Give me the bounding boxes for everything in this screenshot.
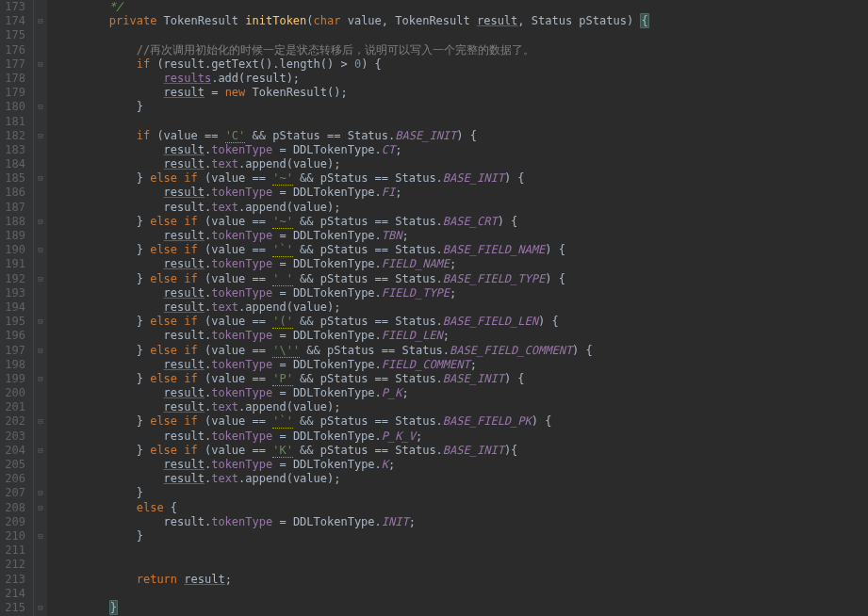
line-number: 215: [4, 601, 25, 615]
code-editor[interactable]: 1731741751761771781791801811821831841851…: [0, 0, 868, 616]
line-number: 209: [4, 515, 25, 529]
code-line[interactable]: }: [55, 100, 868, 114]
code-line[interactable]: } else if (value == '(' && pStatus == St…: [55, 315, 868, 329]
code-line[interactable]: result.text.append(value);: [55, 400, 868, 414]
code-line[interactable]: }: [55, 486, 868, 500]
fold-marker[interactable]: ⊟: [34, 501, 47, 515]
line-number: 201: [4, 400, 25, 414]
fold-marker[interactable]: ⊟: [34, 14, 47, 28]
code-token: ) {: [538, 315, 559, 328]
fold-marker[interactable]: ⊟: [34, 57, 47, 72]
code-token: text: [211, 300, 238, 314]
fold-marker[interactable]: ⊟: [34, 529, 47, 543]
code-line[interactable]: } else if (value == 'K' && pStatus == St…: [55, 444, 868, 458]
code-line[interactable]: }: [55, 601, 868, 615]
code-line[interactable]: } else if (value == 'P' && pStatus == St…: [55, 372, 868, 386]
code-token: '~': [272, 171, 293, 186]
code-token: initToken: [245, 14, 306, 27]
code-line[interactable]: result.tokenType = DDLTokenType.P_K_V;: [55, 430, 868, 444]
fold-marker[interactable]: ⊟: [34, 344, 47, 358]
code-token: result: [164, 458, 205, 471]
code-line[interactable]: result.tokenType = DDLTokenType.INIT;: [55, 515, 868, 529]
code-token: =: [205, 86, 225, 99]
code-line[interactable]: result.text.append(value);: [55, 300, 868, 315]
code-token: result: [164, 286, 205, 300]
fold-marker[interactable]: ⊟: [34, 129, 47, 143]
code-line[interactable]: return result;: [55, 573, 868, 587]
code-line[interactable]: result.tokenType = DDLTokenType.FIELD_LE…: [55, 329, 868, 343]
code-token: BASE_FIELD_PK: [443, 414, 532, 428]
code-line[interactable]: } else if (value == '`' && pStatus == St…: [55, 243, 868, 257]
fold-marker[interactable]: ⊟: [34, 414, 47, 429]
fold-gutter[interactable]: ⊟⊟⊟⊟⊟⊟⊟⊟⊟⊟⊟⊟⊟⊟⊟⊟⊟: [34, 0, 47, 616]
fold-marker[interactable]: ⊟: [34, 100, 47, 114]
code-token: result.: [164, 515, 212, 528]
code-token: return: [137, 573, 185, 586]
code-line[interactable]: [55, 115, 868, 129]
code-token: && pStatus == Status.: [293, 171, 443, 185]
code-token: (value ==: [205, 171, 272, 185]
code-token: ;: [450, 286, 456, 300]
code-line[interactable]: result.tokenType = DDLTokenType.FIELD_NA…: [55, 257, 868, 271]
code-line[interactable]: [55, 587, 868, 601]
code-line[interactable]: if (result.getText().length() > 0) {: [55, 57, 868, 72]
code-line[interactable]: } else if (value == '`' && pStatus == St…: [55, 414, 868, 429]
fold-marker[interactable]: ⊟: [34, 486, 47, 500]
code-token: ) {: [572, 344, 593, 357]
code-line[interactable]: result.text.append(value);: [55, 157, 868, 171]
code-line[interactable]: [55, 558, 868, 572]
code-token: text: [211, 472, 238, 485]
code-line[interactable]: result = new TokenResult();: [55, 86, 868, 100]
code-token: = DDLTokenType.: [272, 186, 382, 199]
code-token: ) {: [361, 57, 382, 71]
code-token: }: [109, 600, 118, 615]
code-line[interactable]: result.tokenType = DDLTokenType.FIELD_TY…: [55, 286, 868, 300]
code-token: ) {: [504, 372, 525, 385]
code-token: '`': [272, 243, 293, 257]
code-token: ): [627, 14, 640, 27]
fold-marker[interactable]: ⊟: [34, 444, 47, 458]
code-token: FIELD_TYPE: [382, 286, 450, 300]
fold-marker[interactable]: ⊟: [34, 171, 47, 186]
fold-marker[interactable]: ⊟: [34, 372, 47, 386]
code-token: tokenType: [211, 430, 272, 443]
fold-marker[interactable]: ⊟: [34, 601, 47, 615]
code-token: tokenType: [211, 286, 272, 300]
code-line[interactable]: } else if (value == '~' && pStatus == St…: [55, 215, 868, 229]
fold-marker[interactable]: ⊟: [34, 243, 47, 257]
code-line[interactable]: result.tokenType = DDLTokenType.P_K;: [55, 386, 868, 400]
code-line[interactable]: //再次调用初始化的时候一定是状态转移后，说明可以写入一个完整的数据了。: [55, 43, 868, 57]
code-token: BASE_INIT: [395, 129, 456, 142]
code-line[interactable]: result.tokenType = DDLTokenType.TBN;: [55, 229, 868, 243]
code-token: ) {: [545, 243, 565, 256]
code-token: 'P': [272, 372, 293, 386]
code-token: }: [137, 344, 150, 357]
fold-marker[interactable]: ⊟: [34, 215, 47, 229]
code-line[interactable]: result.text.append(value);: [55, 472, 868, 486]
code-line[interactable]: [55, 28, 868, 42]
code-line[interactable]: results.add(result);: [55, 72, 868, 86]
code-token: }: [137, 486, 143, 499]
code-line[interactable]: [55, 543, 868, 558]
code-line[interactable]: result.tokenType = DDLTokenType.FIELD_CO…: [55, 358, 868, 372]
code-line[interactable]: result.tokenType = DDLTokenType.K;: [55, 458, 868, 472]
code-line[interactable]: result.tokenType = DDLTokenType.FI;: [55, 186, 868, 200]
code-line[interactable]: } else if (value == '~' && pStatus == St…: [55, 171, 868, 186]
code-line[interactable]: }: [55, 529, 868, 543]
code-line[interactable]: */: [55, 0, 868, 14]
code-line[interactable]: if (value == 'C' && pStatus == Status.BA…: [55, 129, 868, 143]
fold-marker: [34, 400, 47, 414]
code-line[interactable]: private TokenResult initToken(char value…: [55, 14, 868, 28]
code-line[interactable]: } else if (value == ' ' && pStatus == St…: [55, 272, 868, 286]
code-line[interactable]: } else if (value == '\'' && pStatus == S…: [55, 344, 868, 358]
code-token: else: [137, 501, 171, 514]
code-area[interactable]: */ private TokenResult initToken(char va…: [47, 0, 868, 616]
code-line[interactable]: result.text.append(value);: [55, 201, 868, 215]
fold-marker: [34, 358, 47, 372]
fold-marker[interactable]: ⊟: [34, 315, 47, 329]
code-token: char: [314, 14, 348, 27]
code-line[interactable]: else {: [55, 501, 868, 515]
code-line[interactable]: result.tokenType = DDLTokenType.CT;: [55, 143, 868, 157]
fold-marker[interactable]: ⊟: [34, 272, 47, 286]
code-token: '\'': [272, 344, 300, 358]
